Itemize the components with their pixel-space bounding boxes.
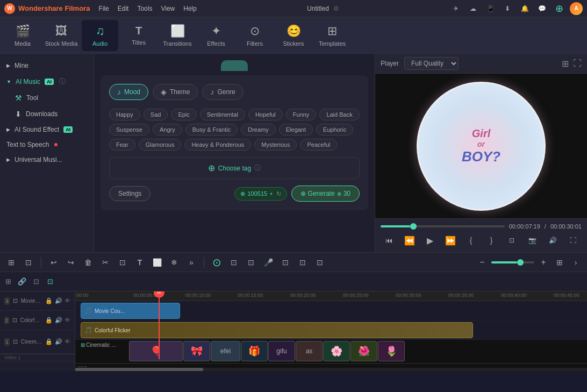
track-1-lock-icon[interactable]: 🔒 <box>45 338 53 345</box>
step-forward-icon[interactable]: ⏩ <box>443 233 458 248</box>
sidebar-item-tool[interactable]: ⚒ Tool <box>0 90 94 106</box>
tl-more-icon[interactable]: » <box>184 255 198 269</box>
tl-split-icon[interactable]: ⊡ <box>244 255 258 269</box>
tl-grid-icon[interactable]: ⊞ <box>553 255 567 269</box>
menu-view[interactable]: View <box>161 5 175 12</box>
tag-heavy-ponderous[interactable]: Heavy & Ponderous <box>184 139 251 151</box>
tl-freeze-icon[interactable]: ❄ <box>167 255 181 269</box>
quality-select[interactable]: Full Quality Half Quality <box>404 57 459 70</box>
fullscreen-icon[interactable]: ⛶ <box>573 59 582 69</box>
sidebar-item-universal-music[interactable]: ▶ Universal Musi... <box>0 152 94 167</box>
track-3-speaker-icon[interactable]: 🔊 <box>55 297 62 304</box>
tl-cut-icon[interactable]: ✂ <box>98 255 112 269</box>
tag-epic[interactable]: Epic <box>171 109 196 120</box>
toolbar-templates[interactable]: ⊞ Templates <box>314 20 350 51</box>
tl-add-track-icon[interactable]: ⊞ <box>4 255 18 269</box>
mark-out-icon[interactable]: } <box>484 233 499 248</box>
volume-icon[interactable]: 🔊 <box>545 233 560 248</box>
tl-mask-icon[interactable]: ⊡ <box>296 255 310 269</box>
menu-edit[interactable]: Edit <box>118 5 129 12</box>
tag-peaceful[interactable]: Peaceful <box>300 139 337 151</box>
tl-overlay-icon[interactable]: ⊡ <box>227 255 241 269</box>
go-start-icon[interactable]: ⏮ <box>382 233 397 248</box>
toolbar-transitions[interactable]: ⬜ Transitions <box>159 20 196 51</box>
tl-link-icon[interactable]: 🔗 <box>16 276 28 288</box>
zoom-out-icon[interactable]: − <box>475 255 489 269</box>
track-3-eye-icon[interactable]: 👁 <box>65 297 70 304</box>
tag-hopeful[interactable]: Hopeful <box>248 109 283 120</box>
tl-undo-icon[interactable]: ↩ <box>47 255 61 269</box>
tl-delete-icon[interactable]: 🗑 <box>81 255 95 269</box>
clip-to-playhead-icon[interactable]: ⊡ <box>504 233 519 248</box>
tl-group-icon[interactable]: ⊡ <box>44 276 56 288</box>
tag-fear[interactable]: Fear <box>109 139 135 151</box>
share-icon[interactable]: ✈ <box>449 2 462 15</box>
tl-clip-speed-icon[interactable]: ⊡ <box>278 255 292 269</box>
toolbar-stock-media[interactable]: 🖼 Stock Media <box>43 20 80 51</box>
plus-circle-icon[interactable]: ⊕ <box>553 2 565 15</box>
phone-icon[interactable]: 📱 <box>484 2 497 15</box>
generate-button[interactable]: ⊕ Generate ⊕ 30 <box>291 186 360 202</box>
sidebar-item-ai-sound-effect[interactable]: ▶ AI Sound Effect AI <box>0 122 94 137</box>
track-1-speaker-icon[interactable]: 🔊 <box>55 338 62 345</box>
tl-play-circle-icon[interactable]: ⊙ <box>210 255 224 269</box>
sidebar-item-downloads[interactable]: ⬇ Downloads <box>0 106 94 122</box>
tag-angry[interactable]: Angry <box>153 124 182 136</box>
tag-glamorous[interactable]: Glamorous <box>139 139 182 151</box>
tag-happy[interactable]: Happy <box>109 109 140 120</box>
tab-mood[interactable]: ♪ Mood <box>109 84 148 100</box>
track-3-lock-icon[interactable]: 🔒 <box>45 297 53 304</box>
toolbar-filters[interactable]: ⊙ Filters <box>237 20 273 51</box>
track-2-speaker-icon[interactable]: 🔊 <box>55 317 62 324</box>
ai-music-info-icon[interactable]: ⓘ <box>59 77 66 86</box>
choose-tag-row[interactable]: ⊕ Choose tag ⓘ <box>109 157 360 179</box>
zoom-in-icon[interactable]: + <box>536 255 550 269</box>
tab-theme[interactable]: ◈ Theme <box>153 84 198 100</box>
tag-elegant[interactable]: Elegant <box>279 124 313 136</box>
tag-busy-frantic[interactable]: Busy & Frantic <box>185 124 238 136</box>
toolbar-titles[interactable]: T Titles <box>120 20 157 51</box>
track-2-lock-icon[interactable]: 🔒 <box>45 317 53 324</box>
horizontal-scrollbar[interactable] <box>75 368 587 371</box>
toolbar-media[interactable]: 🎬 Media <box>4 20 41 51</box>
play-icon[interactable]: ▶ <box>423 233 438 248</box>
menu-file[interactable]: File <box>98 5 109 12</box>
toolbar-effects[interactable]: ✦ Effects <box>198 20 234 51</box>
download-icon[interactable]: ⬇ <box>501 2 514 15</box>
tl-unlink-icon[interactable]: ⊡ <box>30 276 42 288</box>
toolbar-audio[interactable]: ♫ Audio <box>82 20 118 51</box>
tag-funny[interactable]: Funny <box>286 109 317 120</box>
step-back-icon[interactable]: ⏪ <box>402 233 417 248</box>
track-2-eye-icon[interactable]: 👁 <box>65 317 70 324</box>
snapshot-icon[interactable]: 📷 <box>525 233 540 248</box>
tl-audio-icon[interactable]: 🎤 <box>261 255 275 269</box>
title-settings-icon[interactable]: ⚙ <box>333 5 339 12</box>
settings-button[interactable]: Settings <box>109 186 151 201</box>
credits-refresh-icon[interactable]: ↻ <box>276 190 281 197</box>
tl-add-video-icon[interactable]: ⊞ <box>2 276 14 288</box>
sidebar-item-mine[interactable]: ▶ Mine <box>0 58 94 73</box>
sidebar-item-ai-music[interactable]: ▼ AI Music AI ⓘ <box>0 73 94 90</box>
menu-tools[interactable]: Tools <box>137 5 152 12</box>
toolbar-stickers[interactable]: 😊 Stickers <box>275 20 312 51</box>
tag-sentimental[interactable]: Sentimental <box>200 109 245 120</box>
progress-bar[interactable] <box>381 225 505 227</box>
tag-sad[interactable]: Sad <box>144 109 168 120</box>
tag-suspense[interactable]: Suspense <box>109 124 149 136</box>
zoom-slider[interactable] <box>491 261 534 263</box>
tl-stabilize-icon[interactable]: ⊡ <box>313 255 327 269</box>
grid-view-icon[interactable]: ⊞ <box>562 59 569 69</box>
tl-text-icon[interactable]: T <box>133 255 147 269</box>
playhead[interactable]: ✂ <box>159 291 160 359</box>
mark-in-icon[interactable]: { <box>463 233 478 248</box>
bell-icon[interactable]: 🔔 <box>518 2 531 15</box>
tl-chevron-icon[interactable]: › <box>569 255 583 269</box>
tag-laid-back[interactable]: Laid Back <box>319 109 359 120</box>
tag-dreamy[interactable]: Dreamy <box>241 124 276 136</box>
cloud-icon[interactable]: ☁ <box>467 2 479 15</box>
credits-pill[interactable]: ⊕ 100515 + ↻ <box>234 187 287 201</box>
notification2-icon[interactable]: 💬 <box>535 2 548 15</box>
tl-magnet-icon[interactable]: ⊡ <box>22 255 35 269</box>
clip-movie-cou[interactable]: 🎵 Movie Cou... <box>81 303 180 319</box>
fullscreen-ctrl-icon[interactable]: ⛶ <box>565 233 581 248</box>
